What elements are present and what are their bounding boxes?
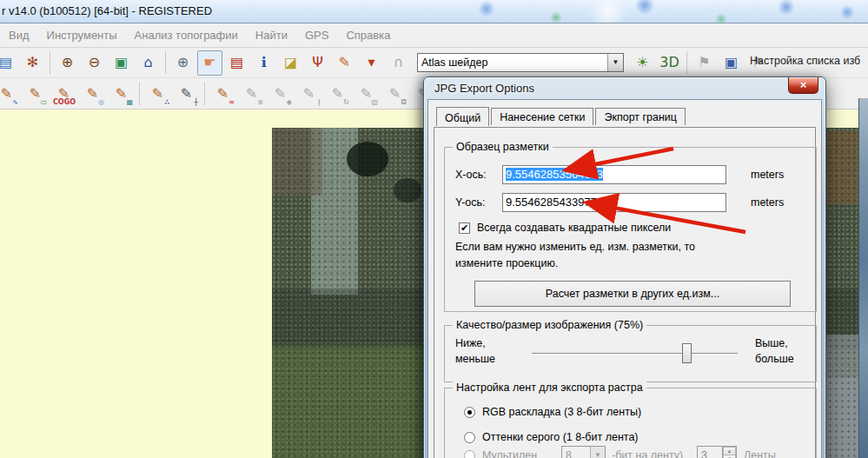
- menu-item-анализ-топографии[interactable]: Анализ топографии: [126, 23, 247, 47]
- draw-area-icon[interactable]: ✎ ▭: [22, 80, 49, 107]
- toolbar-icon: ▣: [109, 51, 133, 74]
- units-note-line2: измените проекцию.: [455, 257, 558, 269]
- toolbar-icon: ⚑: [692, 51, 716, 74]
- band-count-input: 3: [697, 446, 723, 458]
- trace-icon[interactable]: ✎ ≈: [209, 80, 236, 107]
- draw-circle-icon[interactable]: ✎ ◎: [79, 80, 106, 107]
- toolbar-icon: ▾: [360, 51, 383, 74]
- y-axis-label: Y-ось:: [455, 196, 486, 209]
- quality-low-label-2: меньше: [455, 353, 495, 365]
- dialog-body: ОбщийНанесение сеткиЭкпорт границ Образе…: [427, 99, 822, 458]
- spinner-down-icon: ▼: [723, 455, 736, 458]
- digitizer-icon[interactable]: ✎: [332, 50, 357, 76]
- square-pixels-label: Всегда создавать квадратные пиксели: [477, 222, 671, 234]
- more-tools-icon[interactable]: ▾: [359, 50, 384, 76]
- view-3d-icon[interactable]: 3D: [657, 50, 682, 76]
- calc-spacing-button[interactable]: Расчет разметки в других ед.изм...: [474, 281, 791, 307]
- toolbar-icon: ⊖: [83, 51, 106, 74]
- home-icon[interactable]: ⌂: [136, 50, 161, 76]
- quality-low-label-1: Ниже,: [455, 337, 486, 349]
- measure-icon[interactable]: ▤: [224, 50, 249, 76]
- group-label: Настройка лент для экспорта растра: [453, 382, 646, 394]
- pan-hand-icon[interactable]: ☛: [197, 50, 222, 76]
- tab-gridding[interactable]: Нанесение сетки: [491, 108, 593, 125]
- zoom-tool-icon[interactable]: ⊕: [170, 50, 195, 76]
- path-profile-icon[interactable]: ◪: [278, 50, 303, 76]
- draw-grid-icon[interactable]: ✎ ▦: [108, 80, 135, 107]
- insert-vertex-icon[interactable]: ✎ ┼: [173, 80, 200, 107]
- title-bar: r v14.0 (b100512) [64-bit] - REGISTERED: [0, 0, 868, 23]
- menu-item-вид[interactable]: Вид: [0, 23, 38, 47]
- toolbar-icon: ✻: [21, 51, 44, 74]
- x-axis-value: 9.55462853564683: [506, 168, 603, 181]
- toolbar-icon: ✎: [333, 51, 356, 74]
- x-axis-label: X-ось:: [455, 169, 487, 181]
- feature-info-icon[interactable]: ℹ: [251, 50, 276, 76]
- menu-item-справка[interactable]: Справка: [337, 23, 399, 47]
- pencil-icon-sub: ┼: [194, 99, 198, 106]
- chevron-down-icon[interactable]: ▼: [607, 54, 623, 71]
- pencil-icon-sub: ∤: [317, 99, 321, 106]
- map-patch: [311, 128, 358, 295]
- zoom-in-icon[interactable]: ⊕: [55, 50, 80, 76]
- shader-combo-value: Atlas шейдер: [421, 56, 487, 69]
- tab-page-general: Образец разметки X-ось: 9.55462853564683…: [434, 127, 816, 458]
- toolbar-icon: ℹ: [252, 51, 275, 74]
- tab-export-bounds[interactable]: Экпорт границ: [595, 108, 686, 125]
- quality-slider-thumb[interactable]: [682, 343, 692, 363]
- screen-capture-icon[interactable]: ▣: [719, 50, 744, 76]
- pencil-icon-sub: COGO: [53, 99, 76, 106]
- toolbar-icon: ▤: [225, 51, 248, 74]
- x-axis-input[interactable]: 9.55462853564683: [502, 165, 726, 184]
- move-features-icon: ✎ ◆: [267, 80, 294, 107]
- open-data-icon[interactable]: ▤: [0, 50, 18, 76]
- window-right-edge[interactable]: [858, 98, 868, 458]
- full-view-icon[interactable]: ▣: [109, 50, 134, 76]
- group-label: Качество/размер изображения (75%): [453, 319, 646, 331]
- bits-per-band-value: 8: [566, 449, 572, 458]
- square-pixels-checkbox[interactable]: ✔: [459, 222, 470, 234]
- jpg-export-options-dialog: JPG Export Options × ОбщийНанесение сетк…: [423, 76, 826, 458]
- pencil-icon-sub: ▧: [371, 99, 378, 106]
- quality-slider-track[interactable]: [532, 353, 738, 355]
- pencil-icon-sub: ↻: [343, 99, 349, 106]
- toolbar-separator: [165, 51, 166, 74]
- pencil-icon-sub: ◘: [401, 99, 407, 106]
- toolbar-icon: ⊕: [171, 51, 195, 74]
- draw-points-icon[interactable]: ✎ ∴: [144, 80, 171, 107]
- window-title: r v14.0 (b100512) [64-bit] - REGISTERED: [2, 4, 212, 17]
- draw-line-icon[interactable]: ✎ ∿: [0, 80, 20, 107]
- pencil-icon-sub: ≋: [257, 99, 263, 106]
- multiband-radio: [464, 450, 475, 458]
- toolbar-separator: [139, 83, 140, 105]
- quality-group: Качество/размер изображения (75%) Ниже, …: [444, 325, 817, 382]
- shader-combo[interactable]: Atlas шейдер ▼: [417, 53, 624, 72]
- toolbar-icon: ⌂: [136, 51, 160, 74]
- map-patch: [347, 142, 388, 176]
- cogo-icon[interactable]: ✎ COGO: [50, 80, 77, 107]
- sample-spacing-group: Образец разметки X-ось: 9.55462853564683…: [444, 147, 817, 312]
- close-icon[interactable]: ×: [788, 77, 818, 94]
- options-icon[interactable]: ✻: [20, 50, 45, 76]
- bits-per-band-combo: 8 ▼: [561, 446, 606, 458]
- y-axis-input[interactable]: 9.55462854339771: [502, 193, 726, 212]
- band-count-spinner: ▲ ▼: [723, 446, 737, 458]
- radio-dot: [467, 410, 472, 415]
- grayscale-radio[interactable]: [464, 432, 475, 443]
- favorites-list-label: Настройка списка изб: [750, 55, 868, 67]
- menu-item-найти[interactable]: Найти: [247, 23, 296, 47]
- tab-general[interactable]: Общий: [436, 107, 489, 126]
- menu-item-инструменты[interactable]: Инструменты: [38, 23, 126, 47]
- menu-item-gps[interactable]: GPS: [296, 23, 337, 47]
- rgb-radio[interactable]: [464, 407, 475, 418]
- pencil-icon-sub: ∿: [12, 99, 18, 106]
- zoom-out-icon[interactable]: ⊖: [82, 50, 107, 76]
- band-setup-group: Настройка лент для экспорта растра RGB р…: [444, 388, 817, 458]
- grayscale-radio-label: Оттенки серого (1 8-бит лента): [482, 431, 639, 443]
- bookmark-icon: ⚑: [692, 50, 717, 76]
- toolbar-icon: ∩: [387, 51, 410, 74]
- shader-options-icon[interactable]: ☀: [630, 50, 655, 76]
- application-window: r v14.0 (b100512) [64-bit] - REGISTERED …: [0, 0, 868, 458]
- view-shed-icon[interactable]: Ψ: [305, 50, 330, 76]
- y-units-label: meters: [751, 196, 784, 209]
